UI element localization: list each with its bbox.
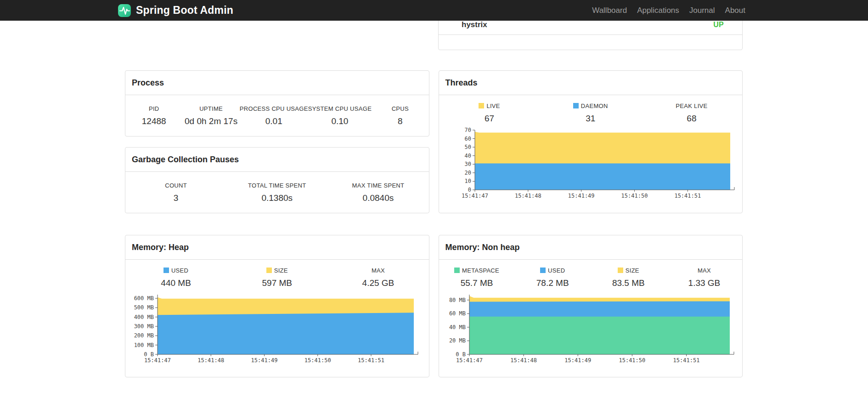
svg-text:15:41:47: 15:41:47	[456, 357, 483, 364]
svg-text:15:41:49: 15:41:49	[564, 357, 591, 364]
stat-process-cpu-usage: PROCESS CPU USAGE 0.01	[240, 105, 308, 126]
nav-applications[interactable]: Applications	[632, 6, 684, 15]
gc-panel-title: Garbage Collection Pauses	[125, 148, 429, 172]
memory-nonheap-chart: 0 B20 MB40 MB60 MB80 MB15:41:4715:41:481…	[439, 291, 743, 369]
threads-chart: 01020304050607015:41:4715:41:4815:41:491…	[439, 126, 743, 205]
used-series-swatch	[163, 268, 169, 273]
threads-legend: LIVE 67 DAEMON 31 PEAK LIVE 68	[439, 95, 743, 124]
svg-text:40: 40	[464, 153, 471, 159]
svg-text:15:41:47: 15:41:47	[144, 357, 171, 364]
content-container: Process PID 12488 UPTIME 0d 0h 2m 17s PR…	[125, 70, 743, 377]
application-status-badge: UP	[713, 21, 724, 29]
svg-text:200 MB: 200 MB	[134, 332, 154, 339]
svg-text:300 MB: 300 MB	[134, 323, 154, 330]
legend-live: LIVE 67	[439, 102, 540, 124]
svg-text:500 MB: 500 MB	[134, 304, 154, 311]
svg-text:15:41:50: 15:41:50	[619, 357, 645, 364]
threads-panel-title: Threads	[439, 71, 743, 95]
svg-text:40 MB: 40 MB	[449, 324, 465, 330]
navbar-inner: Spring Boot Admin Wallboard Applications…	[118, 0, 750, 21]
application-name[interactable]: hystrix	[462, 20, 487, 30]
svg-text:15:41:48: 15:41:48	[510, 357, 537, 364]
daemon-series-swatch	[573, 103, 579, 108]
svg-text:15:41:48: 15:41:48	[514, 193, 541, 199]
legend-heap-size: SIZE 597 MB	[226, 267, 327, 288]
navbar: Spring Boot Admin Wallboard Applications…	[0, 0, 868, 21]
memory-nonheap-panel: Memory: Non heap METASPACE 55.7 MB USED …	[439, 235, 743, 377]
legend-nonheap-max: MAX 1.33 GB	[666, 267, 742, 288]
legend-peak-live: PEAK LIVE 68	[641, 102, 742, 124]
svg-text:15:41:47: 15:41:47	[462, 193, 488, 199]
live-series-swatch	[479, 103, 484, 108]
process-stats: PID 12488 UPTIME 0d 0h 2m 17s PROCESS CP…	[125, 95, 429, 126]
stat-cpus: CPUS 8	[372, 105, 428, 126]
svg-text:400 MB: 400 MB	[134, 314, 154, 320]
stat-system-cpu-usage: SYSTEM CPU USAGE 0.10	[308, 105, 372, 126]
nav-wallboard[interactable]: Wallboard	[587, 6, 632, 15]
svg-text:600 MB: 600 MB	[134, 295, 154, 302]
svg-text:15:41:50: 15:41:50	[621, 193, 648, 199]
svg-text:15:41:49: 15:41:49	[251, 357, 278, 364]
stat-gc-total-time: TOTAL TIME SPENT 0.1380s	[226, 182, 327, 203]
nonheap-panel-title: Memory: Non heap	[439, 235, 743, 260]
heap-legend: USED 440 MB SIZE 597 MB MAX 4.25 GB	[125, 260, 429, 288]
size-series-swatch	[266, 268, 272, 273]
garbage-collection-panel: Garbage Collection Pauses COUNT 3 TOTAL …	[125, 147, 429, 213]
navbar-links: Wallboard Applications Journal About	[587, 6, 750, 15]
heap-panel-title: Memory: Heap	[125, 235, 429, 260]
process-panel-title: Process	[125, 71, 429, 95]
svg-text:15:41:50: 15:41:50	[304, 357, 331, 364]
stat-pid: PID 12488	[125, 105, 182, 126]
spring-boot-admin-logo-icon	[118, 4, 131, 17]
svg-text:60 MB: 60 MB	[449, 310, 465, 317]
svg-text:20: 20	[464, 170, 471, 176]
legend-nonheap-size: SIZE 83.5 MB	[591, 267, 666, 288]
size-series-swatch	[618, 268, 623, 273]
svg-text:0 B: 0 B	[456, 351, 466, 358]
svg-text:15:41:49: 15:41:49	[568, 193, 594, 199]
nonheap-legend: METASPACE 55.7 MB USED 78.2 MB SIZE 83.5…	[439, 260, 743, 288]
legend-nonheap-used: USED 78.2 MB	[515, 267, 591, 288]
legend-daemon: DAEMON 31	[540, 102, 641, 124]
legend-heap-used: USED 440 MB	[125, 267, 226, 288]
svg-text:15:41:51: 15:41:51	[674, 193, 701, 199]
legend-heap-max: MAX 4.25 GB	[327, 267, 428, 288]
svg-text:20 MB: 20 MB	[449, 337, 465, 344]
brand-title: Spring Boot Admin	[136, 4, 233, 17]
nav-journal[interactable]: Journal	[684, 6, 720, 15]
svg-text:60: 60	[464, 136, 471, 142]
svg-text:80 MB: 80 MB	[449, 297, 465, 303]
metaspace-series-swatch	[454, 268, 460, 273]
threads-panel: Threads LIVE 67 DAEMON 31 PEAK LIVE 68 0…	[439, 70, 743, 213]
legend-metaspace: METASPACE 55.7 MB	[439, 267, 515, 288]
nav-about[interactable]: About	[720, 6, 750, 15]
panel-bottom-padding	[439, 35, 742, 50]
process-panel: Process PID 12488 UPTIME 0d 0h 2m 17s PR…	[125, 70, 429, 137]
svg-text:70: 70	[464, 127, 471, 133]
stat-uptime: UPTIME 0d 0h 2m 17s	[182, 105, 239, 126]
svg-text:100 MB: 100 MB	[134, 342, 154, 348]
brand-link[interactable]: Spring Boot Admin	[118, 4, 233, 17]
svg-text:10: 10	[464, 178, 471, 184]
used-series-swatch	[540, 268, 546, 273]
left-column: Process PID 12488 UPTIME 0d 0h 2m 17s PR…	[125, 70, 429, 377]
stat-gc-max-time: MAX TIME SPENT 0.0840s	[327, 182, 428, 203]
svg-text:50: 50	[464, 144, 471, 150]
svg-text:15:41:51: 15:41:51	[673, 357, 699, 364]
svg-text:15:41:48: 15:41:48	[197, 357, 224, 364]
stat-gc-count: COUNT 3	[125, 182, 226, 203]
gc-stats: COUNT 3 TOTAL TIME SPENT 0.1380s MAX TIM…	[125, 172, 429, 203]
memory-heap-panel: Memory: Heap USED 440 MB SIZE 597 MB MAX…	[125, 235, 429, 377]
memory-heap-chart: 0 B100 MB200 MB300 MB400 MB500 MB600 MB1…	[125, 291, 429, 369]
svg-text:15:41:51: 15:41:51	[358, 357, 384, 364]
svg-text:0: 0	[468, 187, 471, 193]
svg-text:0 B: 0 B	[144, 351, 154, 358]
right-column: Threads LIVE 67 DAEMON 31 PEAK LIVE 68 0…	[439, 70, 743, 377]
svg-text:30: 30	[464, 161, 471, 167]
